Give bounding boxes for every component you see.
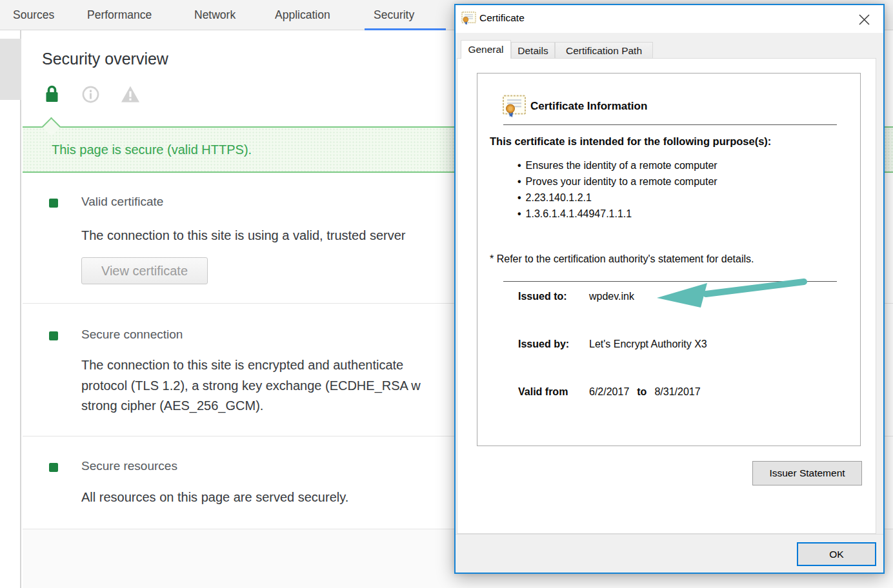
valid-from-label: Valid from [518, 386, 589, 398]
secure-connection-line-3: strong cipher (AES_256_GCM). [81, 396, 421, 416]
sidebar-selected-item[interactable] [0, 39, 21, 100]
view-certificate-button[interactable]: View certificate [81, 257, 208, 284]
secure-resources-status-icon [49, 463, 58, 472]
devtools-security-panel: Sources Performance Network Application … [0, 0, 893, 588]
certificate-dialog: Certificate General Details Certificatio… [454, 4, 885, 574]
dialog-titlebar[interactable]: Certificate [456, 5, 883, 33]
certificate-information-heading: Certificate Information [530, 100, 647, 113]
dialog-title: Certificate [479, 12, 525, 24]
certificate-icon-large [502, 95, 527, 121]
issued-to-value: wpdev.ink [589, 291, 634, 302]
security-sidebar[interactable] [0, 30, 21, 588]
active-tab-underline [365, 28, 446, 30]
secure-resources-description: All resources on this page are served se… [81, 487, 348, 508]
info-icon [82, 86, 99, 106]
tab-performance[interactable]: Performance [87, 0, 152, 30]
warning-icon [121, 85, 140, 106]
issued-to-row: Issued to:wpdev.ink [518, 291, 634, 302]
tab-network[interactable]: Network [194, 0, 236, 30]
purpose-list: Ensures the identity of a remote compute… [517, 157, 717, 222]
issued-by-label: Issued by: [518, 338, 589, 350]
issued-by-row: Issued by:Let's Encrypt Authority X3 [518, 338, 707, 350]
purpose-item: 1.3.6.1.4.1.44947.1.1.1 [517, 206, 717, 222]
close-icon[interactable] [854, 10, 874, 28]
validity-row: Valid from6/2/2017to8/31/2017 [518, 386, 701, 398]
secure-connection-line-1: The connection to this site is encrypted… [81, 355, 421, 376]
valid-certificate-title: Valid certificate [81, 195, 163, 209]
certificate-icon [461, 12, 476, 28]
secure-connection-description: The connection to this site is encrypted… [81, 355, 421, 416]
valid-certificate-status-icon [49, 199, 58, 208]
purpose-heading: This certificate is intended for the fol… [490, 135, 771, 148]
tab-security[interactable]: Security [374, 0, 414, 30]
valid-certificate-description: The connection to this site is using a v… [81, 226, 405, 246]
purpose-item: 2.23.140.1.2.1 [517, 190, 717, 206]
secure-connection-title: Secure connection [81, 328, 183, 342]
secure-resources-title: Secure resources [81, 459, 177, 473]
refer-note: * Refer to the certification authority's… [490, 253, 754, 265]
annotation-arrow [649, 275, 810, 309]
valid-to-value: 8/31/2017 [654, 386, 700, 397]
tab-sources[interactable]: Sources [13, 0, 54, 30]
lock-icon [45, 84, 59, 105]
dialog-tab-general[interactable]: General [461, 40, 511, 59]
certificate-info-box: Certificate Information This certificate… [477, 73, 861, 446]
valid-to-label: to [637, 386, 647, 397]
ok-button[interactable]: OK [797, 542, 876, 566]
dialog-tab-certification-path[interactable]: Certification Path [555, 42, 653, 59]
secure-banner-text: This page is secure (valid HTTPS). [52, 142, 252, 157]
purpose-item: Ensures the identity of a remote compute… [517, 157, 717, 173]
purpose-item: Proves your identity to a remote compute… [517, 173, 717, 190]
dialog-tab-details[interactable]: Details [511, 42, 555, 59]
dialog-footer-divider [456, 534, 883, 534]
issued-by-value: Let's Encrypt Authority X3 [589, 338, 707, 349]
valid-from-value: 6/2/2017 [589, 386, 629, 397]
issued-to-label: Issued to: [518, 291, 589, 302]
secure-connection-line-2: protocol (TLS 1.2), a strong key exchang… [81, 376, 421, 397]
secure-connection-status-icon [49, 331, 58, 340]
issuer-statement-button[interactable]: Issuer Statement [752, 461, 862, 485]
rule [503, 124, 837, 125]
tab-application[interactable]: Application [275, 0, 330, 30]
page-title: Security overview [42, 50, 168, 68]
